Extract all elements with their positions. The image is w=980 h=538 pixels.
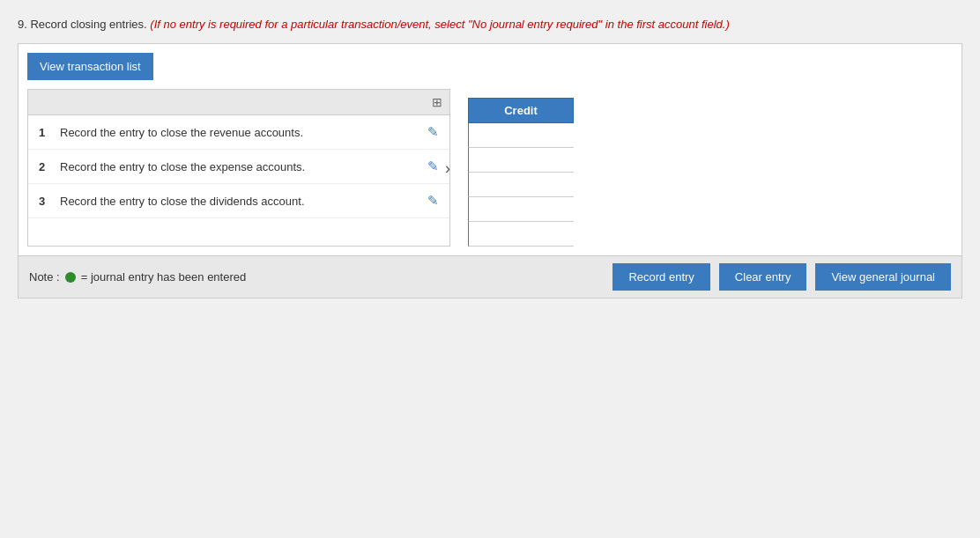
instruction-text: Record closing entries. <box>30 18 146 31</box>
note-area: Note : = journal entry has been entered <box>29 270 246 284</box>
page-container: 9. Record closing entries. (If no entry … <box>18 18 962 298</box>
credit-rows <box>468 123 574 247</box>
credit-input-row <box>468 123 574 148</box>
green-dot-icon <box>65 272 76 283</box>
edit-icon[interactable]: ✎ <box>427 193 439 209</box>
question-number: 9. <box>18 18 27 31</box>
content-area: ⊞ 1Record the entry to close the revenue… <box>19 80 961 255</box>
clear-entry-button[interactable]: Clear entry <box>719 263 807 291</box>
credit-input-row <box>468 173 574 197</box>
credit-table-container: Credit <box>459 98 953 247</box>
credit-input[interactable] <box>469 173 608 196</box>
note-suffix: = journal entry has been entered <box>81 270 247 284</box>
credit-header: Credit <box>468 98 574 123</box>
instruction-note: (If no entry is required for a particula… <box>150 18 729 31</box>
edit-icon[interactable]: ✎ <box>427 158 439 174</box>
entry-row: 3Record the entry to close the dividends… <box>28 184 449 218</box>
entries-header: ⊞ <box>28 90 449 115</box>
credit-input-row <box>468 197 574 222</box>
grid-icon[interactable]: ⊞ <box>432 95 442 109</box>
view-transaction-button[interactable]: View transaction list <box>27 53 153 80</box>
entry-number: 1 <box>39 126 53 139</box>
entry-number: 2 <box>39 160 53 173</box>
entries-list: 1Record the entry to close the revenue a… <box>28 115 449 218</box>
entry-text: Record the entry to close the dividends … <box>60 195 420 208</box>
entry-number: 3 <box>39 195 53 208</box>
credit-input-row <box>468 148 574 173</box>
credit-input[interactable] <box>469 222 608 246</box>
credit-input-row <box>468 222 574 247</box>
main-card: View transaction list ⊞ 1Record the entr… <box>18 43 962 298</box>
entry-row: 1Record the entry to close the revenue a… <box>28 115 449 150</box>
instruction: 9. Record closing entries. (If no entry … <box>18 18 962 31</box>
credit-input[interactable] <box>469 123 608 147</box>
entry-row: 2Record the entry to close the expense a… <box>28 150 449 184</box>
action-buttons: Record entry Clear entry View general jo… <box>612 263 951 291</box>
entry-text: Record the entry to close the expense ac… <box>60 160 420 173</box>
next-arrow-icon[interactable]: › <box>445 158 450 177</box>
view-general-journal-button[interactable]: View general journal <box>815 263 951 291</box>
right-panel: Credit <box>459 89 953 247</box>
edit-icon[interactable]: ✎ <box>427 124 439 140</box>
note-prefix: Note : <box>29 270 60 284</box>
credit-input[interactable] <box>469 148 608 172</box>
entries-panel: ⊞ 1Record the entry to close the revenue… <box>27 89 450 247</box>
record-entry-button[interactable]: Record entry <box>612 263 709 291</box>
entry-text: Record the entry to close the revenue ac… <box>60 126 420 139</box>
credit-input[interactable] <box>469 197 608 221</box>
bottom-bar: Note : = journal entry has been entered … <box>19 255 961 298</box>
